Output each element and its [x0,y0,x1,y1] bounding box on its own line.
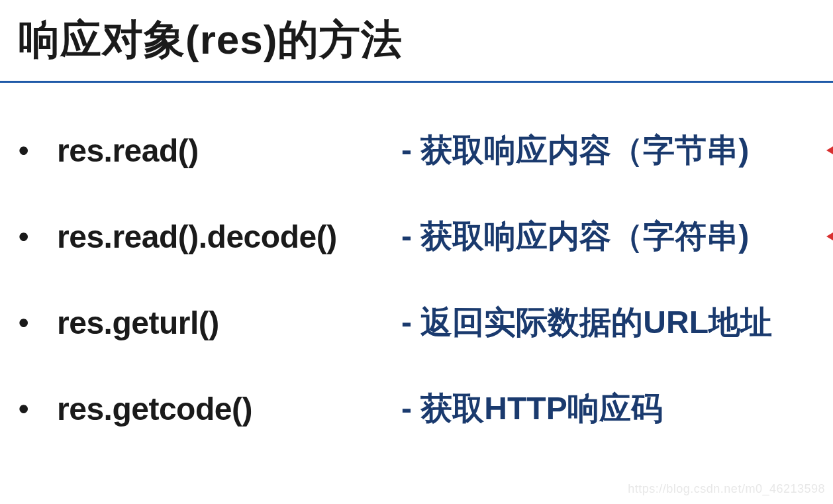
bullet-icon: • [19,136,57,165]
desc-text: - 获取响应内容（字符串) [401,219,749,254]
method-name: res.getcode() [57,391,401,427]
title-divider [0,81,833,83]
highlight-arrow-icon [826,229,833,244]
desc-text: - 获取HTTP响应码 [401,391,663,426]
method-name: res.read().decode() [57,219,401,255]
bullet-icon: • [19,308,57,337]
bullet-icon: • [19,222,57,251]
method-description: - 获取响应内容（字符串) [401,215,833,258]
method-description: - 返回实际数据的URL地址 [401,301,833,344]
list-item: • res.getcode() - 获取HTTP响应码 [19,387,833,430]
list-item: • res.geturl() - 返回实际数据的URL地址 [19,301,833,344]
highlight-arrow-icon [826,143,833,158]
method-description: - 获取HTTP响应码 [401,387,833,430]
desc-text: - 返回实际数据的URL地址 [401,305,772,340]
slide-title: 响应对象(res)的方法 [0,0,833,81]
list-item: • res.read().decode() - 获取响应内容（字符串) [19,215,833,258]
bullet-icon: • [19,394,57,423]
method-name: res.read() [57,132,401,169]
content-list: • res.read() - 获取响应内容（字节串) • res.read().… [0,129,833,430]
list-item: • res.read() - 获取响应内容（字节串) [19,129,833,172]
watermark-text: https://blog.csdn.net/m0_46213598 [628,482,825,496]
method-name: res.geturl() [57,305,401,341]
desc-text: - 获取响应内容（字节串) [401,132,749,168]
method-description: - 获取响应内容（字节串) [401,129,833,172]
